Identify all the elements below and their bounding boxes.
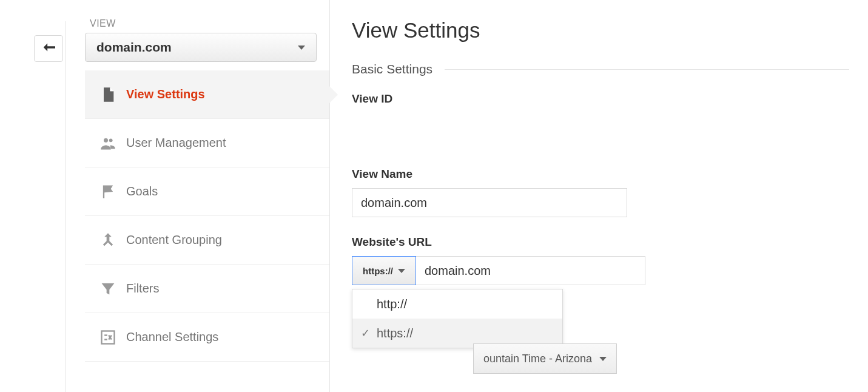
view-id-value-blank — [352, 113, 849, 149]
svg-point-1 — [109, 138, 113, 142]
view-name-label: View Name — [352, 167, 849, 181]
users-icon — [95, 135, 121, 152]
view-picker[interactable]: domain.com — [85, 33, 317, 62]
sidebar-item-user-management[interactable]: User Management — [85, 119, 329, 167]
sidebar-item-channel-settings[interactable]: Channel Settings — [85, 313, 329, 362]
svg-point-0 — [104, 138, 108, 142]
protocol-option-http[interactable]: http:// — [352, 289, 562, 319]
sidebar-item-filters[interactable]: Filters — [85, 265, 329, 313]
svg-rect-2 — [102, 331, 115, 343]
back-button[interactable] — [34, 35, 63, 62]
sidebar-item-goals[interactable]: Goals — [85, 167, 329, 216]
flag-icon — [95, 183, 121, 200]
sidebar-nav: View Settings User Management Goals Cont… — [85, 70, 329, 362]
sidebar-item-label: Content Grouping — [126, 233, 222, 247]
sidebar-item-label: Channel Settings — [126, 330, 218, 344]
sidebar-item-label: Goals — [126, 184, 158, 198]
merge-icon — [95, 232, 121, 249]
page-title: View Settings — [352, 18, 849, 42]
section-rule — [445, 69, 849, 70]
protocol-dropdown: http:// https:// — [352, 289, 563, 348]
document-icon — [95, 86, 121, 103]
sidebar-item-content-grouping[interactable]: Content Grouping — [85, 216, 329, 265]
vertical-divider-left — [66, 21, 66, 392]
sidebar-section-label: VIEW — [85, 0, 329, 33]
field-view-id: View ID — [352, 92, 849, 149]
channel-icon — [95, 329, 121, 346]
sidebar-item-label: Filters — [126, 282, 159, 296]
field-website-url: Website's URL https:// http:// https:// — [352, 235, 849, 285]
funnel-icon — [95, 280, 121, 297]
website-url-label: Website's URL — [352, 235, 849, 249]
view-name-input[interactable] — [352, 188, 627, 217]
field-view-name: View Name — [352, 167, 849, 217]
timezone-select-value: ountain Time - Arizona — [483, 353, 592, 365]
back-arrow-icon — [42, 42, 55, 55]
protocol-select-value: https:// — [363, 266, 393, 276]
sidebar-item-label: User Management — [126, 136, 226, 150]
caret-down-icon — [599, 357, 607, 361]
section-basic-settings: Basic Settings — [352, 62, 849, 76]
protocol-select[interactable]: https:// — [352, 256, 416, 285]
section-title: Basic Settings — [352, 62, 432, 76]
website-url-input[interactable] — [416, 256, 645, 285]
caret-down-icon — [398, 269, 405, 273]
timezone-select[interactable]: ountain Time - Arizona — [473, 343, 617, 374]
sidebar-item-label: View Settings — [126, 87, 205, 101]
caret-down-icon — [298, 46, 305, 50]
main-content: View Settings Basic Settings View ID Vie… — [352, 18, 849, 303]
sidebar-item-view-settings[interactable]: View Settings — [85, 70, 329, 119]
sidebar: VIEW domain.com View Settings User Manag… — [85, 0, 330, 392]
view-picker-value: domain.com — [96, 40, 172, 55]
view-id-label: View ID — [352, 92, 849, 106]
